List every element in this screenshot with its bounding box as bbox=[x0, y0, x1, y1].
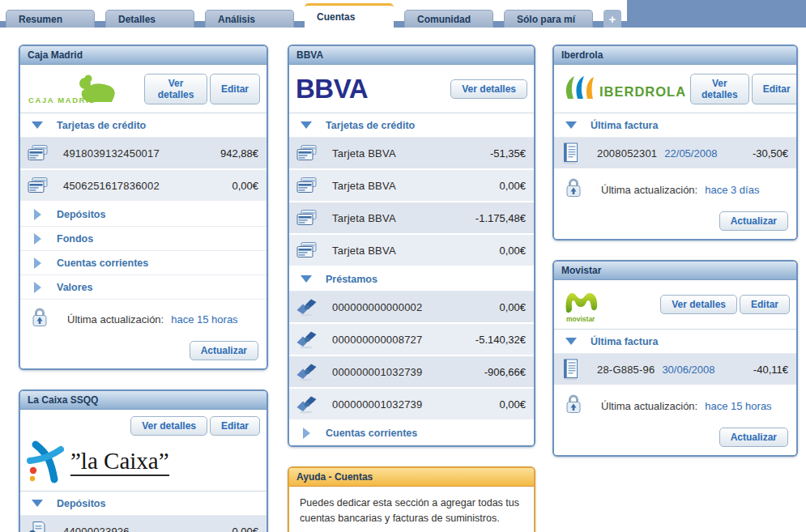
account-amount: -40,11€ bbox=[753, 364, 788, 376]
help-text: Puedes dedicar esta sección a agregar to… bbox=[289, 487, 534, 532]
svg-text:movistar: movistar bbox=[566, 315, 595, 323]
accounts-page: ResumenDetallesAnálisisCuentasComunidadS… bbox=[0, 0, 806, 28]
last-update-link[interactable]: hace 3 días bbox=[705, 184, 759, 196]
section-tarjetas-de-credito[interactable]: Tarjetas de crédito bbox=[289, 113, 534, 138]
handshake-icon bbox=[296, 298, 322, 317]
collapse-icon bbox=[31, 500, 44, 507]
section-depositos[interactable]: Depósitos bbox=[20, 202, 267, 227]
section-cuentas-corrientes[interactable]: Cuentas corrientes bbox=[20, 251, 267, 275]
section-ultima-factura[interactable]: Última factura bbox=[554, 330, 796, 354]
card-title: Ayuda - Cuentas bbox=[289, 468, 534, 487]
svg-text:CAJA MADRID: CAJA MADRID bbox=[28, 96, 96, 104]
account-row[interactable]: 45062516178360020,00€ bbox=[20, 170, 267, 202]
account-row[interactable]: 000000001032739-906,66€ bbox=[289, 356, 534, 389]
handshake-icon bbox=[296, 395, 322, 414]
column-0: Caja MadridCAJA MADRIDVer detallesEditar… bbox=[19, 45, 268, 532]
account-name: 000000000008727 bbox=[332, 334, 422, 346]
account-amount: -906,66€ bbox=[484, 366, 526, 378]
account-name: 000000001032739 bbox=[332, 366, 422, 378]
card-title: Movistar bbox=[554, 262, 796, 280]
invoice-date-link[interactable]: 30/06/2008 bbox=[662, 364, 714, 376]
logo-area: CAJA MADRIDVer detallesEditar bbox=[20, 65, 267, 113]
account-amount: 0,00€ bbox=[232, 526, 258, 532]
triangle-right-icon bbox=[34, 233, 41, 245]
editar-button[interactable]: Editar bbox=[740, 295, 790, 314]
tab-comunidad[interactable]: Comunidad bbox=[404, 10, 493, 28]
editar-button[interactable]: Editar bbox=[210, 416, 260, 436]
credit-card-icon bbox=[27, 177, 53, 195]
editar-button[interactable]: Editar bbox=[752, 74, 798, 104]
invoice-date-link[interactable]: 22/05/2008 bbox=[664, 147, 717, 160]
account-row[interactable]: 440000239260,00€ bbox=[20, 516, 267, 532]
account-name: 000000001032739 bbox=[332, 398, 422, 411]
account-row[interactable]: 0000000010327390,00€ bbox=[289, 389, 534, 421]
actualizar-button[interactable]: Actualizar bbox=[719, 211, 788, 231]
lock-icon bbox=[564, 394, 583, 418]
last-update-link[interactable]: hace 15 horas bbox=[171, 313, 237, 326]
collapse-icon bbox=[300, 121, 313, 129]
expand-icon bbox=[31, 257, 44, 269]
section-ultima-factura[interactable]: Última factura bbox=[554, 113, 796, 138]
invoice-icon bbox=[561, 143, 586, 164]
account-row[interactable]: 0000000000000020,00€ bbox=[289, 292, 534, 324]
last-update-link[interactable]: hace 15 horas bbox=[705, 400, 771, 412]
account-row[interactable]: Tarjeta BBVA0,00€ bbox=[289, 170, 534, 202]
tab-bar: ResumenDetallesAnálisisCuentasComunidadS… bbox=[0, 0, 806, 28]
card-actions: Ver detallesEditar bbox=[27, 416, 260, 436]
section-prestamos[interactable]: Préstamos bbox=[289, 267, 534, 292]
account-row[interactable]: 000000000008727-5.140,32€ bbox=[289, 324, 534, 356]
ver-detalles-button[interactable]: Ver detalles bbox=[130, 416, 207, 436]
section-label: Préstamos bbox=[326, 274, 377, 285]
account-row[interactable]: 200805230122/05/2008-30,50€ bbox=[554, 138, 796, 170]
credit-card-icon bbox=[296, 144, 322, 163]
section-valores[interactable]: Valores bbox=[20, 275, 267, 300]
movistar-logo: movistar bbox=[561, 286, 606, 323]
last-update-label: Última actualización: bbox=[67, 313, 164, 326]
card-title: Iberdrola bbox=[554, 46, 796, 65]
tab-bar-fill bbox=[627, 0, 806, 21]
collapse-icon bbox=[565, 338, 578, 345]
ver-detalles-button[interactable]: Ver detalles bbox=[144, 74, 207, 104]
card-actions: Ver detallesEditar bbox=[144, 74, 260, 104]
last-update-row: Última actualización:hace 3 días bbox=[554, 170, 796, 205]
credit-card-icon bbox=[296, 177, 322, 195]
tab-solo-para-mi[interactable]: Sólo para mí bbox=[504, 10, 593, 28]
account-card-caja-madrid: Caja MadridCAJA MADRIDVer detallesEditar… bbox=[19, 45, 268, 370]
section-tarjetas-de-credito[interactable]: Tarjetas de crédito bbox=[20, 113, 267, 138]
ver-detalles-button[interactable]: Ver detalles bbox=[450, 79, 527, 99]
actualizar-button[interactable]: Actualizar bbox=[719, 428, 788, 447]
account-row[interactable]: 28-G885-9630/06/2008-40,11€ bbox=[554, 354, 796, 386]
credit-card-icon bbox=[27, 144, 53, 163]
section-depositos[interactable]: Depósitos bbox=[20, 492, 267, 516]
card-actions: Ver detalles bbox=[450, 79, 527, 99]
account-name: Tarjeta BBVA bbox=[332, 212, 396, 224]
account-amount: 0,00€ bbox=[499, 180, 526, 192]
add-tab-button[interactable]: + bbox=[603, 10, 621, 28]
triangle-right-icon bbox=[303, 428, 310, 439]
editar-button[interactable]: Editar bbox=[210, 74, 260, 104]
column-2: IberdrolaIBERDROLAVer detallesEditarÚlti… bbox=[552, 45, 798, 476]
card-title: La Caixa SSQQ bbox=[20, 391, 267, 410]
section-fondos[interactable]: Fondos bbox=[20, 227, 267, 251]
account-card-movistar: MovistarmovistarVer detallesEditarÚltima… bbox=[552, 260, 798, 457]
tab-resumen[interactable]: Resumen bbox=[6, 10, 95, 28]
section-cuentas-corrientes[interactable]: Cuentas corrientes bbox=[289, 421, 534, 445]
account-name: 28-G885-96 bbox=[597, 364, 655, 376]
account-row[interactable]: 4918039132450017942,88€ bbox=[20, 138, 267, 170]
ver-detalles-button[interactable]: Ver detalles bbox=[660, 295, 737, 314]
account-amount: 0,00€ bbox=[232, 180, 258, 192]
account-row[interactable]: Tarjeta BBVA0,00€ bbox=[289, 235, 534, 267]
account-card-bbva: BBVABBVAVer detallesTarjetas de créditoT… bbox=[288, 45, 535, 447]
card-footer-actions: Actualizar bbox=[554, 205, 796, 239]
account-amount: -5.140,32€ bbox=[475, 334, 526, 346]
ver-detalles-button[interactable]: Ver detalles bbox=[690, 74, 749, 104]
collapse-icon bbox=[565, 121, 578, 129]
account-amount: 0,00€ bbox=[499, 245, 526, 257]
tab-analisis[interactable]: Análisis bbox=[205, 10, 294, 28]
tab-detalles[interactable]: Detalles bbox=[105, 10, 194, 28]
account-row[interactable]: Tarjeta BBVA-1.175,48€ bbox=[289, 202, 534, 235]
account-name: 4918039132450017 bbox=[63, 147, 160, 160]
actualizar-button[interactable]: Actualizar bbox=[190, 341, 258, 360]
account-row[interactable]: Tarjeta BBVA-51,35€ bbox=[289, 138, 534, 170]
tab-cuentas[interactable]: Cuentas bbox=[305, 3, 394, 28]
